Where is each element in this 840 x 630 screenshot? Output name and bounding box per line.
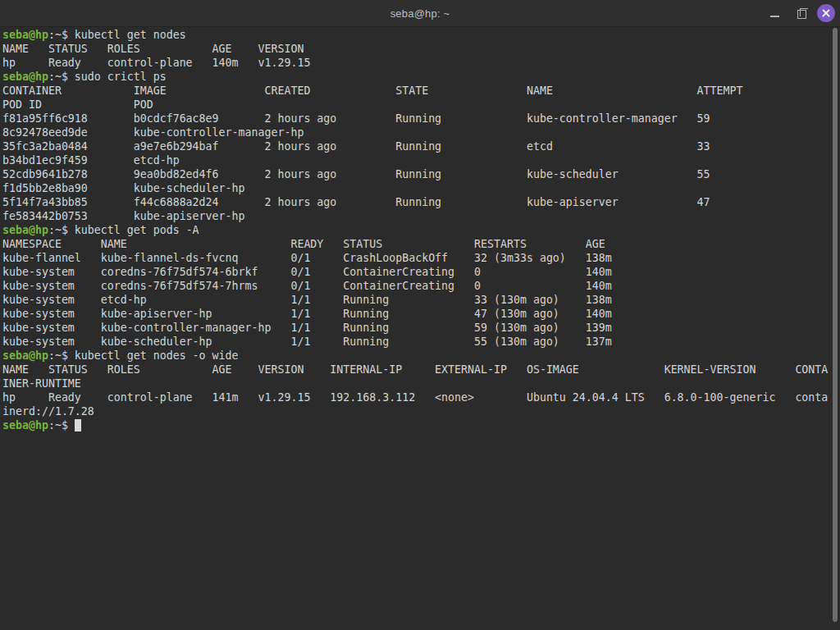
command-text: kubectl get pods -A bbox=[75, 224, 199, 236]
terminal-line: kube-system kube-scheduler-hp 1/1 Runnin… bbox=[2, 335, 840, 349]
terminal-line: 52cdb9641b278 9ea0bd82ed4f6 2 hours ago … bbox=[2, 167, 840, 181]
window-controls bbox=[765, 0, 835, 26]
terminal-line: POD ID POD bbox=[2, 98, 840, 112]
terminal-line: kube-system kube-controller-manager-hp 1… bbox=[2, 321, 840, 335]
terminal-line: INER-RUNTIME bbox=[2, 377, 840, 390]
terminal-line: f81a95ff6c918 b0cdcf76ac8e9 2 hours ago … bbox=[2, 112, 840, 126]
terminal-line: f1d5bb2e8ba90 kube-scheduler-hp bbox=[2, 181, 840, 195]
terminal-content[interactable]: seba@hp:~$ kubectl get nodesNAME STATUS … bbox=[0, 27, 840, 630]
prompt-user: seba@hp bbox=[2, 224, 48, 236]
terminal-line: kube-system coredns-76f75df574-7hrms 0/1… bbox=[2, 279, 840, 293]
terminal-line: seba@hp:~$ sudo crictl ps bbox=[2, 70, 840, 84]
terminal-line: hp Ready control-plane 140m v1.29.15 bbox=[2, 56, 840, 70]
terminal-line: 35fc3a2ba0484 a9e7e6b294baf 2 hours ago … bbox=[2, 139, 840, 153]
terminal-line: fe583442b0753 kube-apiserver-hp bbox=[2, 209, 840, 223]
restore-window-icon bbox=[797, 10, 806, 19]
prompt-suffix: :~$ bbox=[48, 71, 75, 83]
minimize-icon bbox=[770, 16, 779, 17]
terminal-line: kube-system kube-apiserver-hp 1/1 Runnin… bbox=[2, 307, 840, 321]
terminal-line: seba@hp:~$ kubectl get nodes bbox=[2, 28, 840, 42]
terminal-line: seba@hp:~$ bbox=[2, 418, 840, 432]
terminal-cursor bbox=[75, 419, 81, 431]
terminal-line: 5f14f7a43bb85 f44c6888a2d24 2 hours ago … bbox=[2, 195, 840, 209]
titlebar[interactable]: seba@hp: ~ bbox=[0, 0, 840, 27]
prompt-user: seba@hp bbox=[2, 71, 48, 83]
command-text: sudo crictl ps bbox=[75, 71, 167, 83]
command-text: kubectl get nodes bbox=[75, 29, 186, 41]
scrollbar-thumb[interactable] bbox=[833, 28, 838, 622]
minimize-button[interactable] bbox=[765, 3, 784, 23]
terminal-window: seba@hp: ~ seba@hp:~$ kubectl get nodesN… bbox=[0, 0, 840, 630]
prompt-user: seba@hp bbox=[2, 29, 48, 41]
close-button[interactable] bbox=[817, 4, 835, 22]
terminal-line: 8c92478eed9de kube-controller-manager-hp bbox=[2, 126, 840, 139]
command-text: kubectl get nodes -o wide bbox=[75, 349, 239, 362]
prompt-user: seba@hp bbox=[2, 349, 48, 362]
terminal-line: CONTAINER IMAGE CREATED STATE NAME ATTEM… bbox=[2, 84, 840, 98]
terminal-line: kube-system etcd-hp 1/1 Running 33 (130m… bbox=[2, 293, 840, 307]
terminal-line: hp Ready control-plane 141m v1.29.15 192… bbox=[2, 390, 840, 404]
scrollbar bbox=[830, 27, 840, 630]
terminal-line: b34bd1ec9f459 etcd-hp bbox=[2, 153, 840, 167]
window-title: seba@hp: ~ bbox=[390, 7, 450, 20]
terminal-line: inerd://1.7.28 bbox=[2, 404, 840, 418]
terminal-line: kube-system coredns-76f75df574-6brkf 0/1… bbox=[2, 265, 840, 279]
terminal-line: seba@hp:~$ kubectl get pods -A bbox=[2, 223, 840, 237]
prompt-suffix: :~$ bbox=[48, 29, 75, 41]
terminal-line: NAMESPACE NAME READY STATUS RESTARTS AGE bbox=[2, 237, 840, 251]
prompt-suffix: :~$ bbox=[48, 349, 75, 362]
close-icon bbox=[822, 9, 830, 17]
prompt-suffix: :~$ bbox=[48, 224, 75, 236]
terminal-line: NAME STATUS ROLES AGE VERSION bbox=[2, 42, 840, 56]
maximize-button[interactable] bbox=[791, 3, 810, 23]
terminal-line: NAME STATUS ROLES AGE VERSION INTERNAL-I… bbox=[2, 363, 840, 377]
terminal-line: seba@hp:~$ kubectl get nodes -o wide bbox=[2, 349, 840, 363]
prompt-suffix: :~$ bbox=[48, 419, 75, 431]
prompt-user: seba@hp bbox=[2, 419, 48, 431]
terminal-line: kube-flannel kube-flannel-ds-fvcnq 0/1 C… bbox=[2, 251, 840, 265]
